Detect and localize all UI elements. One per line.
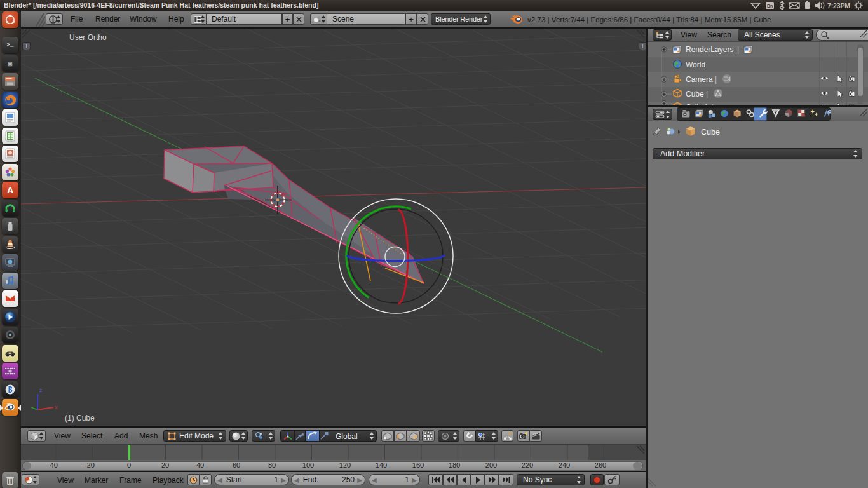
svg-text:Cube: Cube (701, 128, 720, 137)
svg-text:7:23PM: 7:23PM (827, 2, 850, 10)
svg-text:Camera: Camera (686, 75, 713, 84)
svg-text:Bn: Bn (767, 4, 773, 8)
svg-text:|: | (715, 75, 717, 84)
svg-text:Cube: Cube (686, 90, 704, 98)
svg-text:World: World (686, 60, 705, 69)
svg-text:RenderLayers: RenderLayers (686, 45, 733, 54)
svg-text:|: | (706, 90, 708, 98)
svg-text:|: | (737, 45, 739, 54)
svg-text:x: x (55, 404, 58, 410)
svg-text:z: z (39, 387, 43, 393)
